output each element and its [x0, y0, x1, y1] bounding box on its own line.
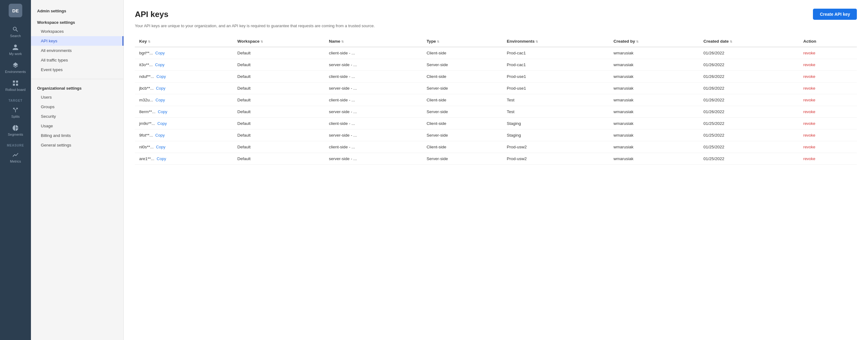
- cell-created-date: 01/25/2022: [699, 129, 799, 141]
- nav-rollout-board-label: Rollout board: [5, 88, 25, 92]
- cell-type: Server-side: [422, 59, 502, 70]
- revoke-link[interactable]: revoke: [803, 133, 815, 138]
- col-action: Action: [799, 36, 857, 47]
- table-row: bgrl**... Copy Default client-side - ...…: [135, 47, 857, 59]
- cell-key: are1**... Copy: [135, 153, 233, 164]
- copy-key-link[interactable]: Copy: [155, 51, 164, 55]
- nav-splits[interactable]: Splits: [0, 104, 31, 122]
- sidebar-item-all-traffic-types[interactable]: All traffic types: [31, 55, 123, 65]
- cell-action: revoke: [799, 153, 857, 164]
- cell-action: revoke: [799, 141, 857, 153]
- main-content: API keys Create API key Your API keys ar…: [124, 0, 868, 340]
- cell-name: client-side - ...: [324, 117, 422, 129]
- col-name: Name⇅: [324, 36, 422, 47]
- grid-icon: [12, 80, 19, 87]
- sidebar-item-event-types[interactable]: Event types: [31, 65, 123, 74]
- sidebar-item-workspaces[interactable]: Workspaces: [31, 27, 123, 36]
- nav-environments-label: Environments: [5, 70, 26, 74]
- table-row: jm9o**... Copy Default client-side - ...…: [135, 117, 857, 129]
- cell-created-by: wmarusiak: [609, 106, 699, 117]
- nav-segments[interactable]: Segments: [0, 122, 31, 139]
- revoke-link[interactable]: revoke: [803, 157, 815, 161]
- copy-key-link[interactable]: Copy: [157, 74, 166, 79]
- col-created-date: Created date⇅: [699, 36, 799, 47]
- cell-environments: Prod-usw2: [502, 153, 609, 164]
- revoke-link[interactable]: revoke: [803, 62, 815, 67]
- copy-key-link[interactable]: Copy: [157, 121, 167, 126]
- copy-key-link[interactable]: Copy: [158, 109, 167, 114]
- revoke-link[interactable]: revoke: [803, 145, 815, 149]
- table-row: it3o**... Copy Default server-side - ...…: [135, 59, 857, 70]
- sidebar-item-general-settings[interactable]: General settings: [31, 140, 123, 150]
- sidebar-item-usage[interactable]: Usage: [31, 121, 123, 131]
- cell-action: revoke: [799, 94, 857, 106]
- copy-key-link[interactable]: Copy: [155, 133, 164, 138]
- cell-environments: Prod-usw2: [502, 141, 609, 153]
- cell-name: server-side - ...: [324, 106, 422, 117]
- cell-type: Server-side: [422, 153, 502, 164]
- cell-created-by: wmarusiak: [609, 82, 699, 94]
- avatar: DE: [9, 4, 22, 17]
- nav-environments[interactable]: Environments: [0, 59, 31, 77]
- cell-key: 8erm**... Copy: [135, 106, 233, 117]
- col-workspace: Workspace⇅: [233, 36, 324, 47]
- sidebar-item-all-environments[interactable]: All environments: [31, 46, 123, 55]
- main-header: API keys Create API key: [135, 9, 857, 20]
- copy-key-link[interactable]: Copy: [156, 98, 165, 102]
- cell-created-date: 01/26/2022: [699, 106, 799, 117]
- col-key: Key⇅: [135, 36, 233, 47]
- nav-search[interactable]: Search: [0, 23, 31, 41]
- cell-created-by: wmarusiak: [609, 141, 699, 153]
- cell-type: Server-side: [422, 82, 502, 94]
- cell-action: revoke: [799, 59, 857, 70]
- nav-metrics[interactable]: Metrics: [0, 148, 31, 166]
- revoke-link[interactable]: revoke: [803, 86, 815, 91]
- revoke-link[interactable]: revoke: [803, 109, 815, 114]
- sidebar-item-billing[interactable]: Billing and limits: [31, 131, 123, 140]
- nav-my-work[interactable]: My work: [0, 41, 31, 59]
- cell-created-date: 01/26/2022: [699, 70, 799, 82]
- copy-key-link[interactable]: Copy: [156, 145, 165, 149]
- admin-settings-title: Admin settings: [31, 6, 123, 15]
- cell-workspace: Default: [233, 70, 324, 82]
- copy-key-link[interactable]: Copy: [157, 157, 166, 161]
- cell-type: Client-side: [422, 117, 502, 129]
- revoke-link[interactable]: revoke: [803, 74, 815, 79]
- cell-created-by: wmarusiak: [609, 129, 699, 141]
- cell-created-date: 01/26/2022: [699, 47, 799, 59]
- cell-name: server-side - ...: [324, 153, 422, 164]
- sidebar-item-users[interactable]: Users: [31, 93, 123, 102]
- cell-workspace: Default: [233, 106, 324, 117]
- cell-action: revoke: [799, 47, 857, 59]
- cell-workspace: Default: [233, 82, 324, 94]
- target-section-label: TARGET: [0, 95, 31, 104]
- cell-key: jm9o**... Copy: [135, 117, 233, 129]
- sidebar-item-groups[interactable]: Groups: [31, 102, 123, 111]
- copy-key-link[interactable]: Copy: [156, 86, 165, 91]
- cell-type: Client-side: [422, 141, 502, 153]
- cell-workspace: Default: [233, 47, 324, 59]
- icon-nav: DE Search My work Environments Rollout b…: [0, 0, 31, 340]
- revoke-link[interactable]: revoke: [803, 51, 815, 55]
- cell-created-date: 01/26/2022: [699, 82, 799, 94]
- cell-key: it3o**... Copy: [135, 59, 233, 70]
- api-keys-table: Key⇅ Workspace⇅ Name⇅ Type⇅ Environments…: [135, 36, 857, 165]
- cell-key: nduf**... Copy: [135, 70, 233, 82]
- cell-action: revoke: [799, 129, 857, 141]
- cell-name: server-side - ...: [324, 59, 422, 70]
- cell-type: Server-side: [422, 129, 502, 141]
- create-api-key-button[interactable]: Create API key: [813, 9, 857, 20]
- cell-action: revoke: [799, 70, 857, 82]
- revoke-link[interactable]: revoke: [803, 121, 815, 126]
- cell-action: revoke: [799, 117, 857, 129]
- sidebar-item-security[interactable]: Security: [31, 111, 123, 121]
- cell-key: jbcb**... Copy: [135, 82, 233, 94]
- cell-workspace: Default: [233, 117, 324, 129]
- cell-created-by: wmarusiak: [609, 70, 699, 82]
- measure-section-label: MEASURE: [0, 139, 31, 148]
- sidebar-item-api-keys[interactable]: API keys: [31, 36, 123, 46]
- cell-environments: Prod-use1: [502, 82, 609, 94]
- nav-rollout-board[interactable]: Rollout board: [0, 77, 31, 95]
- revoke-link[interactable]: revoke: [803, 98, 815, 102]
- copy-key-link[interactable]: Copy: [155, 62, 164, 67]
